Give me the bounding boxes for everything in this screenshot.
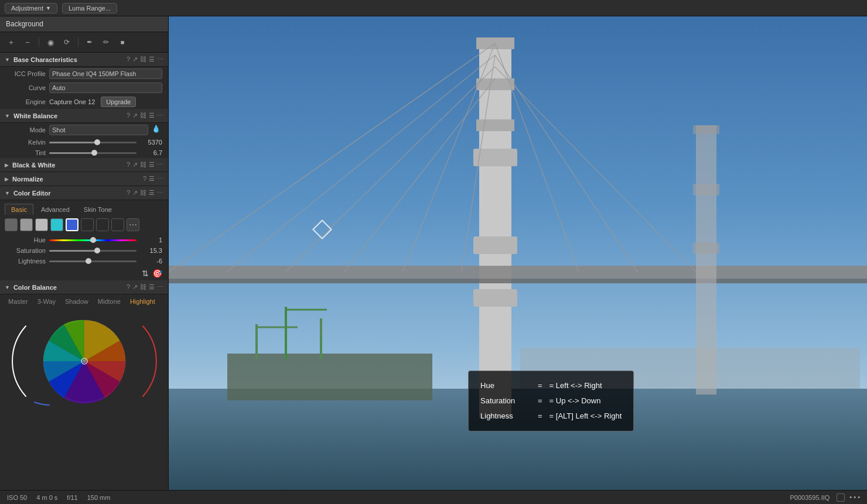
help-icon[interactable]: ? (127, 283, 130, 291)
swap-icon[interactable]: ⇅ (142, 269, 149, 278)
swatch-2[interactable] (20, 218, 33, 231)
cb-tab-shadow[interactable]: Shadow (62, 297, 92, 306)
pen-icon[interactable]: ✒ (83, 36, 96, 49)
upgrade-button[interactable]: Upgrade (101, 97, 136, 107)
arrow-icon[interactable]: ↗ (132, 283, 138, 291)
dots-icon[interactable]: ⋯ (157, 161, 163, 169)
help-icon[interactable]: ? (127, 189, 130, 197)
tab-basic[interactable]: Basic (5, 204, 33, 215)
dots-icon[interactable]: ⋯ (157, 283, 163, 291)
arrow-icon[interactable]: ↗ (132, 56, 138, 63)
link-icon[interactable]: ⛓ (140, 56, 146, 63)
swatch-1[interactable] (5, 218, 18, 231)
cb-tab-highlight[interactable]: Highlight (127, 297, 159, 306)
adjustment-button[interactable]: Adjustment ▼ (5, 3, 57, 13)
svg-rect-6 (479, 37, 511, 418)
arrow-icon[interactable]: ↗ (132, 161, 138, 169)
remove-button[interactable]: − (21, 36, 34, 49)
cb-tab-midtone[interactable]: Midtone (94, 297, 124, 306)
curve-row: Curve Auto (0, 81, 168, 95)
menu-icon[interactable]: ☰ (149, 161, 155, 169)
lightness-slider-track[interactable] (49, 260, 136, 262)
saturation-label: Saturation (6, 247, 46, 254)
saturation-slider-track[interactable] (49, 250, 136, 252)
add-button[interactable]: + (5, 36, 18, 49)
mode-select[interactable]: Shot (49, 125, 148, 135)
eyedropper-icon[interactable]: 💧 (152, 125, 162, 135)
color-balance-header[interactable]: ▼ Color Balance ? ↗ ⛓ ☰ ⋯ (0, 280, 168, 294)
square-icon[interactable]: ■ (116, 36, 129, 49)
tooltip-eq-1: = (538, 378, 542, 393)
icc-profile-select[interactable]: Phase One IQ4 150MP Flash (49, 68, 162, 79)
tint-slider-fill (49, 152, 94, 154)
cb-tab-master[interactable]: Master (5, 297, 32, 306)
status-dots[interactable]: • • • (849, 493, 860, 502)
refresh-icon[interactable]: ⟳ (60, 36, 73, 49)
dots-icon[interactable]: ⋯ (157, 175, 163, 183)
swatch-5[interactable] (81, 218, 94, 231)
swatch-7[interactable] (111, 218, 124, 231)
white-balance-header[interactable]: ▼ White Balance ? ↗ ⛓ ☰ ⋯ (0, 109, 168, 123)
tint-slider-thumb[interactable] (91, 150, 97, 156)
lightness-slider-thumb[interactable] (86, 258, 91, 264)
help-icon[interactable]: ? (127, 161, 130, 169)
kelvin-slider-track[interactable] (49, 142, 136, 143)
swatch-cyan[interactable] (50, 218, 63, 231)
mode-row: Mode Shot 💧 (0, 123, 168, 137)
menu-icon[interactable]: ☰ (149, 175, 155, 183)
cb-tab-3way[interactable]: 3-Way (34, 297, 59, 306)
lightness-row: Lightness -6 (0, 256, 168, 266)
chevron-icon: ▼ (5, 57, 10, 63)
help-icon[interactable]: ? (127, 112, 130, 119)
black-white-header[interactable]: ▶ Black & White ? ↗ ⛓ ☰ ⋯ (0, 158, 168, 172)
section-title: Black & White (12, 162, 124, 169)
luma-range-button[interactable]: Luma Range... (62, 3, 117, 13)
swatch-blue[interactable] (66, 218, 78, 231)
help-icon[interactable]: ? (127, 56, 130, 63)
pencil-icon[interactable]: ✏ (100, 36, 112, 49)
swatch-6[interactable] (96, 218, 109, 231)
dots-icon[interactable]: ⋯ (157, 56, 163, 63)
link-icon[interactable]: ⛓ (140, 112, 146, 119)
link-icon[interactable]: ⛓ (140, 189, 146, 197)
kelvin-slider-thumb[interactable] (94, 139, 100, 145)
dots-icon[interactable]: ⋯ (157, 189, 163, 197)
layer-bar: Background (0, 16, 168, 32)
saturation-slider-thumb[interactable] (94, 248, 100, 253)
dots-icon[interactable]: ⋯ (157, 112, 163, 119)
status-iso: ISO 50 (7, 494, 27, 501)
tint-slider-track[interactable] (49, 152, 136, 154)
help-icon[interactable]: ? (143, 175, 146, 183)
hue-slider-thumb[interactable] (90, 237, 96, 243)
chevron-icon: ▼ (5, 113, 10, 119)
link-icon[interactable]: ⛓ (140, 283, 146, 291)
status-left-info: ISO 50 4 m 0 s f/11 150 mm (7, 494, 110, 501)
menu-icon[interactable]: ☰ (149, 112, 155, 119)
hue-slider-track[interactable] (49, 239, 136, 241)
arrow-icon[interactable]: ↗ (132, 112, 138, 119)
section-icons: ? ↗ ⛓ ☰ ⋯ (127, 112, 163, 119)
chevron-icon: ▶ (5, 176, 9, 182)
base-characteristics-header[interactable]: ▼ Base Characteristics ? ↗ ⛓ ☰ ⋯ (0, 53, 168, 67)
tooltip-key-3: Lightness (480, 409, 533, 424)
swatch-3[interactable] (35, 218, 48, 231)
swatch-more[interactable]: ⋯ (127, 218, 139, 231)
eye-icon[interactable]: ◉ (44, 36, 57, 49)
menu-icon[interactable]: ☰ (149, 283, 155, 291)
tooltip-eq-3: = (538, 409, 542, 424)
arrow-icon[interactable]: ↗ (132, 189, 138, 197)
tab-advanced[interactable]: Advanced (35, 204, 76, 215)
kelvin-row: Kelvin 5370 (0, 137, 168, 148)
normalize-header[interactable]: ▶ Normalize ? ☰ ⋯ (0, 172, 168, 186)
color-editor-header[interactable]: ▼ Color Editor ? ↗ ⛓ ☰ ⋯ (0, 186, 168, 200)
menu-icon[interactable]: ☰ (149, 189, 155, 197)
curve-select[interactable]: Auto (49, 83, 162, 93)
tab-skin-tone[interactable]: Skin Tone (77, 204, 118, 215)
section-title: Base Characteristics (13, 56, 124, 63)
target-icon[interactable]: 🎯 (152, 269, 162, 278)
link-icon[interactable]: ⛓ (140, 161, 146, 169)
menu-icon[interactable]: ☰ (149, 56, 155, 63)
status-icon-1[interactable] (837, 493, 845, 502)
swatches-row: ⋯ (0, 215, 168, 235)
color-wheel-svg[interactable] (11, 314, 158, 408)
